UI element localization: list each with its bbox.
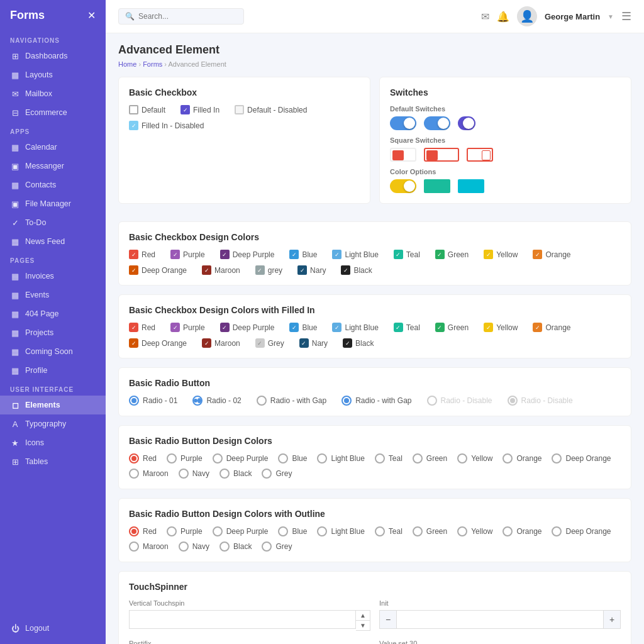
cb-red-box[interactable]: ✓ xyxy=(129,250,138,259)
vertical-down-btn[interactable]: ▼ xyxy=(356,621,370,630)
r-grey[interactable] xyxy=(262,469,272,479)
cb-black-box[interactable]: ✓ xyxy=(341,265,350,275)
cb-blue-box[interactable]: ✓ xyxy=(289,250,299,259)
switch-blue[interactable] xyxy=(390,116,416,130)
ro-teal[interactable] xyxy=(375,526,385,536)
init-minus-btn[interactable]: − xyxy=(379,610,397,629)
r-navy[interactable] xyxy=(179,469,189,479)
switch-blue-2[interactable] xyxy=(424,116,450,130)
sidebar-item-404[interactable]: ▦404 Page xyxy=(0,304,106,323)
sidebar-item-todo[interactable]: ✓To-Do xyxy=(0,213,106,232)
cbf-yellow-box[interactable]: ✓ xyxy=(484,323,493,332)
sidebar-item-tables[interactable]: ⊞Tables xyxy=(0,452,106,471)
ro-purple[interactable] xyxy=(167,526,177,536)
r-maroon[interactable] xyxy=(129,469,139,479)
cbf-purple-box[interactable]: ✓ xyxy=(170,323,180,332)
chevron-down-icon[interactable]: ▼ xyxy=(608,13,614,20)
switch-purple[interactable] xyxy=(458,116,475,130)
cb-light-blue-box[interactable]: ✓ xyxy=(332,250,341,259)
ro-grey[interactable] xyxy=(262,541,272,552)
sidebar-item-coming-soon[interactable]: ▦Coming Soon xyxy=(0,342,106,361)
cb-grey-box[interactable]: ✓ xyxy=(255,265,265,275)
search-input[interactable] xyxy=(138,12,237,21)
sq-switch-1[interactable] xyxy=(390,148,416,162)
cbf-red-box[interactable]: ✓ xyxy=(129,323,138,332)
ro-yellow[interactable] xyxy=(457,526,467,536)
sidebar-item-typography[interactable]: ATypography xyxy=(0,414,106,433)
ro-light-blue[interactable] xyxy=(317,526,327,536)
radio-gap-2-circle[interactable] xyxy=(341,396,352,406)
r-orange[interactable] xyxy=(502,453,513,464)
cb-deep-purple-box[interactable]: ✓ xyxy=(220,250,230,259)
r-blue[interactable] xyxy=(278,453,288,464)
sidebar-item-file-manager[interactable]: ▣File Manager xyxy=(0,194,106,213)
cbf-grey-box[interactable]: ✓ xyxy=(255,338,265,348)
cb-navy-box[interactable]: ✓ xyxy=(297,265,307,275)
ro-green[interactable] xyxy=(413,526,423,536)
cbf-green-box[interactable]: ✓ xyxy=(435,323,445,332)
cb-deep-orange-box[interactable]: ✓ xyxy=(129,265,138,275)
sidebar-item-projects[interactable]: ▦Projects xyxy=(0,323,106,342)
r-yellow[interactable] xyxy=(457,453,467,464)
cbf-black-box[interactable]: ✓ xyxy=(343,338,352,348)
cb-green-box[interactable]: ✓ xyxy=(435,250,445,259)
r-teal[interactable] xyxy=(375,453,385,464)
ro-black[interactable] xyxy=(219,541,230,552)
cbf-orange-box[interactable]: ✓ xyxy=(533,323,542,332)
sidebar-item-ecommerce[interactable]: ⊟Ecommerce xyxy=(0,103,106,122)
r-purple[interactable] xyxy=(167,453,177,464)
vertical-input[interactable] xyxy=(129,610,356,629)
color-sq-teal[interactable] xyxy=(424,179,450,193)
sidebar-item-contacts[interactable]: ▦Contacts xyxy=(0,175,106,194)
bell-icon[interactable]: 🔔 xyxy=(497,11,509,23)
ro-navy[interactable] xyxy=(179,541,189,552)
sidebar-item-dashboards[interactable]: ⊞Dashboards xyxy=(0,47,106,65)
r-deep-purple[interactable] xyxy=(213,453,223,464)
cbf-deep-orange-box[interactable]: ✓ xyxy=(129,338,138,348)
cb-teal-box[interactable]: ✓ xyxy=(394,250,403,259)
color-sq-cyan[interactable] xyxy=(458,179,484,193)
sidebar-item-events[interactable]: ▦Events xyxy=(0,286,106,304)
cbf-light-blue-box[interactable]: ✓ xyxy=(332,323,341,332)
ro-maroon[interactable] xyxy=(129,541,139,552)
r-deep-orange[interactable] xyxy=(552,453,562,464)
r-light-blue[interactable] xyxy=(317,453,327,464)
email-icon[interactable]: ✉ xyxy=(481,11,489,23)
cbf-maroon-box[interactable]: ✓ xyxy=(202,338,211,348)
search-bar[interactable]: 🔍 xyxy=(118,8,244,25)
cb-filled-box[interactable]: ✓ xyxy=(180,105,190,114)
cb-yellow-box[interactable]: ✓ xyxy=(484,250,493,259)
menu-icon[interactable]: ☰ xyxy=(621,9,631,23)
r-black[interactable] xyxy=(219,469,230,479)
sidebar-item-invoices[interactable]: ▦Invoices xyxy=(0,267,106,286)
ro-deep-purple[interactable] xyxy=(213,526,223,536)
sidebar-item-layouts[interactable]: ▦Layouts xyxy=(0,65,106,84)
sidebar-item-logout[interactable]: ⏻Logout xyxy=(0,619,106,638)
ro-deep-orange[interactable] xyxy=(552,526,562,536)
sq-switch-2[interactable] xyxy=(424,148,459,162)
ro-orange[interactable] xyxy=(502,526,513,536)
sidebar-item-calendar[interactable]: ▦Calendar xyxy=(0,138,106,157)
r-green[interactable] xyxy=(413,453,423,464)
cb-orange-box[interactable]: ✓ xyxy=(533,250,542,259)
sidebar-item-mailbox[interactable]: ✉Mailbox xyxy=(0,84,106,103)
cbf-deep-purple-box[interactable]: ✓ xyxy=(220,323,230,332)
radio-01-circle[interactable] xyxy=(129,396,139,406)
sq-switch-3[interactable] xyxy=(467,148,493,162)
init-plus-btn[interactable]: + xyxy=(603,610,621,629)
vertical-up-btn[interactable]: ▲ xyxy=(356,611,370,621)
sidebar-item-icons[interactable]: ★Icons xyxy=(0,433,106,452)
sidebar-item-news-feed[interactable]: ▦News Feed xyxy=(0,232,106,251)
cbf-blue-box[interactable]: ✓ xyxy=(289,323,299,332)
sidebar-item-messanger[interactable]: ▣Messanger xyxy=(0,157,106,175)
cb-purple-box[interactable]: ✓ xyxy=(170,250,180,259)
ro-blue[interactable] xyxy=(278,526,288,536)
close-icon[interactable]: ✕ xyxy=(87,9,96,21)
sidebar-item-elements[interactable]: ◻Elements xyxy=(0,396,106,414)
cb-maroon-box[interactable]: ✓ xyxy=(202,265,211,275)
radio-02-circle[interactable] xyxy=(192,396,203,406)
cb-default-box[interactable] xyxy=(129,105,138,114)
cbf-teal-box[interactable]: ✓ xyxy=(394,323,403,332)
r-red[interactable] xyxy=(129,453,139,464)
color-switch-yellow[interactable] xyxy=(390,179,416,193)
